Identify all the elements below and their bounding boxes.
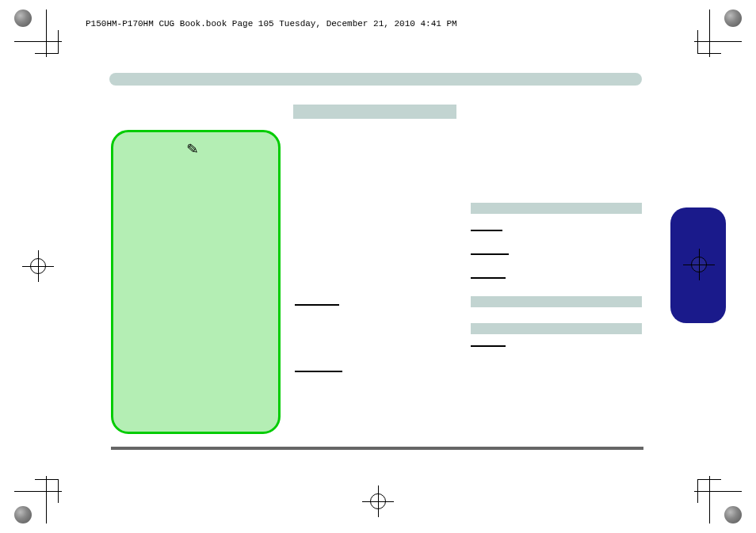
text-line [295,304,339,306]
crop-mark-bottom-right [686,468,742,523]
thumb-tab [670,207,726,323]
page-header-text: P150HM-P170HM CUG Book.book Page 105 Tue… [86,19,457,29]
page-header-bar [109,73,642,86]
note-box: ✎ [111,130,281,434]
crop-mark-top-right [686,10,742,65]
section-title-bar [293,105,456,119]
registration-mark-bottom [362,485,394,517]
text-line [295,371,342,372]
text-line [471,345,506,347]
text-line [471,253,509,255]
pen-icon: ✎ [185,139,199,158]
text-line [471,277,506,279]
text-line [471,230,502,231]
subsection-bar [471,203,642,214]
subsection-bar [471,296,642,307]
footer-rule [111,447,643,450]
subsection-bar [471,323,642,334]
crop-mark-bottom-left [14,468,70,523]
registration-mark-left [22,250,54,282]
crop-mark-top-left [14,10,70,65]
registration-mark-tab [683,249,715,280]
